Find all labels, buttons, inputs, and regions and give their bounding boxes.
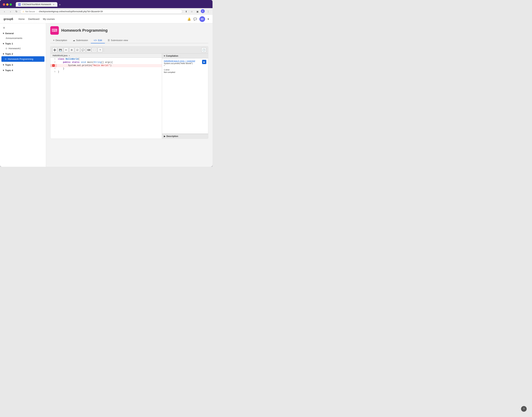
item-dot-icon <box>5 58 6 60</box>
sidebar-item-homework1[interactable]: Homework1 <box>0 46 46 51</box>
vpl-add-button[interactable]: ➕ <box>52 47 57 52</box>
moodle-topnav: group6 Home Dashboard My courses 🔔 💬 EE … <box>0 15 213 23</box>
sidebar-close-button[interactable]: ✕ <box>0 25 46 31</box>
tab-description-label: Description <box>56 39 67 42</box>
compilation-section: ▾ Compilation HelloWorld.java:3: error: … <box>162 54 208 134</box>
sidebar-section-topic1-label: Topic 1 <box>5 42 13 45</box>
sidebar-section-topic3: ▾ Topic 3 <box>0 63 46 67</box>
url-text: checkyourworkgroup.online/mod/vpl/forms/… <box>39 10 103 13</box>
chevron-down-icon: ▾ <box>3 42 4 45</box>
profile-button[interactable]: E <box>201 9 205 13</box>
compilation-body: HelloWorld.java:3: error: ';' expected S… <box>162 58 208 75</box>
description-header[interactable]: ▶ Description <box>162 134 208 139</box>
tab-edit[interactable]: </> Edit <box>91 38 105 43</box>
user-avatar[interactable]: EE <box>199 16 205 22</box>
notification-bell-icon[interactable]: 🔔 <box>187 17 191 21</box>
line-number-5: 5 <box>51 71 57 74</box>
toolbar-actions: ⬆ ☆ ▣ E ⋮ <box>184 9 210 14</box>
sidebar-item-homework1-label: Homework1 <box>9 47 21 50</box>
compilation-chevron-icon: ▾ <box>164 55 165 57</box>
address-bar[interactable]: ⚠ Not Secure | checkyourworkgroup.online… <box>20 9 182 14</box>
vpl-check-button[interactable]: ☑ <box>75 47 80 52</box>
sidebar-section-topic4-header[interactable]: ▾ Topic 4 <box>0 68 46 73</box>
sidebar-item-homework-programming[interactable]: Homework Programming <box>1 56 44 62</box>
sidebar-section-general-label: General <box>5 32 14 35</box>
content-area: ⌨ Homework Programming ≡ Description ☁ S… <box>46 23 213 167</box>
code-line-1: 1 class HelloWorld{ <box>51 58 162 61</box>
back-button[interactable]: ‹ <box>2 9 7 14</box>
tabs-bar: ≡ Description ☁ Submission </> Edit ☰ Su… <box>50 38 208 43</box>
chevron-down-icon: ▾ <box>3 52 4 55</box>
compilation-error-link[interactable]: HelloWorld.java:3: error: ';' expected <box>164 60 195 62</box>
sidebar-item-homework-programming-label: Homework Programming <box>8 58 33 60</box>
vpl-clock-button[interactable]: 🕐 <box>201 47 206 52</box>
sidebar-section-topic2-header[interactable]: ▾ Topic 2 <box>0 52 46 56</box>
vpl-terminal-button[interactable]: ⌨ <box>86 47 91 52</box>
forward-button[interactable]: › <box>8 9 13 14</box>
site-logo[interactable]: group6 <box>4 18 13 21</box>
vpl-toolbar: ➕ 💾 ✏ ⚙ ☑ 💬 ⌨ ⛶ ? 🕐 <box>51 46 208 54</box>
tab-close-button[interactable]: ✕ <box>53 3 55 6</box>
toolbar-right: 🕐 <box>201 47 206 52</box>
file-tab-name: HelloWorld.java <box>53 54 67 57</box>
sidebar-section-general: ▾ General Announcements <box>0 31 46 41</box>
line-content-3: System.out.println("Hello World!") <box>57 64 162 67</box>
description-header-label: Description <box>167 135 178 137</box>
close-button[interactable] <box>3 3 5 6</box>
file-close-icon[interactable]: ✕ <box>69 55 70 57</box>
tab-submission-view-label: Submission view <box>111 39 128 42</box>
sidebar-section-topic1-header[interactable]: ▾ Topic 1 <box>0 41 46 46</box>
minimize-button[interactable] <box>6 3 9 6</box>
sidebar-section-topic3-header[interactable]: ▾ Topic 3 <box>0 63 46 67</box>
messages-icon[interactable]: 💬 <box>193 17 197 21</box>
file-tab[interactable]: HelloWorld.java ✕ <box>51 54 162 58</box>
nav-mycourses[interactable]: My courses <box>43 18 55 20</box>
new-tab-button[interactable]: + <box>59 3 61 7</box>
sidebar-section-topic3-label: Topic 3 <box>5 63 13 66</box>
chevron-down-icon: ▾ <box>3 32 4 35</box>
bookmark-button[interactable]: ☆ <box>190 9 194 14</box>
vpl-settings-button[interactable]: ⚙ <box>69 47 74 52</box>
run-button[interactable]: ▶ <box>202 60 206 64</box>
sidebar-section-topic2: ▾ Topic 2 Homework Programming <box>0 52 46 62</box>
sidebar-section-topic1: ▾ Topic 1 Homework1 <box>0 41 46 51</box>
submissionview-tab-icon: ☰ <box>108 39 110 42</box>
code-line-2: 2 public static void main(String[] args)… <box>51 61 162 64</box>
page-title: Homework Programming <box>61 28 108 33</box>
tab-submission-view[interactable]: ☰ Submission view <box>105 38 131 43</box>
tab-edit-label: Edit <box>98 39 102 42</box>
active-browser-tab[interactable]: ⌨ CSCheckYourWork Homework ✕ <box>16 2 57 7</box>
compilation-summary-line1: 1 error <box>164 69 206 71</box>
tab-title-text: CSCheckYourWork Homework <box>22 3 51 6</box>
menu-button[interactable]: ⋮ <box>206 9 210 14</box>
item-dot-icon <box>6 48 7 49</box>
edit-tab-icon: </> <box>94 39 97 42</box>
page-icon: ⌨ <box>50 26 59 35</box>
code-editor[interactable]: 1 class HelloWorld{ 2 public static void… <box>51 58 162 139</box>
vpl-save-button[interactable]: 💾 <box>58 47 63 52</box>
user-menu-chevron-icon[interactable]: ▾ <box>208 17 209 21</box>
vpl-edit-button[interactable]: ✏ <box>64 47 69 52</box>
nav-home[interactable]: Home <box>18 18 25 20</box>
sidebar-section-general-header[interactable]: ▾ General <box>0 31 46 36</box>
nav-dashboard[interactable]: Dashboard <box>28 18 40 20</box>
security-icon: ⚠ <box>22 10 24 13</box>
tab-description[interactable]: ≡ Description <box>50 38 70 43</box>
tab-submission-label: Submission <box>76 39 88 42</box>
vpl-fullscreen-button[interactable]: ⛶ <box>92 47 97 52</box>
share-button[interactable]: ⬆ <box>184 9 188 14</box>
vpl-help-button[interactable]: ? <box>97 47 103 52</box>
description-section: ▶ Description <box>162 134 208 139</box>
maximize-button[interactable] <box>10 3 12 6</box>
reader-button[interactable]: ▣ <box>195 9 200 14</box>
sidebar-item-announcements[interactable]: Announcements <box>0 36 46 41</box>
code-line-5: 5 } <box>51 71 162 74</box>
compilation-error-row: HelloWorld.java:3: error: ';' expected S… <box>164 60 206 67</box>
tab-submission[interactable]: ☁ Submission <box>70 38 91 43</box>
line-number-1: 1 <box>51 58 57 61</box>
sidebar: ✕ ▾ General Announcements ▾ Topic 1 <box>0 23 46 167</box>
vpl-comment-button[interactable]: 💬 <box>81 47 85 52</box>
line-number-4: 4 <box>51 67 57 71</box>
reload-button[interactable]: ↻ <box>14 9 19 14</box>
compilation-header[interactable]: ▾ Compilation <box>162 54 208 58</box>
